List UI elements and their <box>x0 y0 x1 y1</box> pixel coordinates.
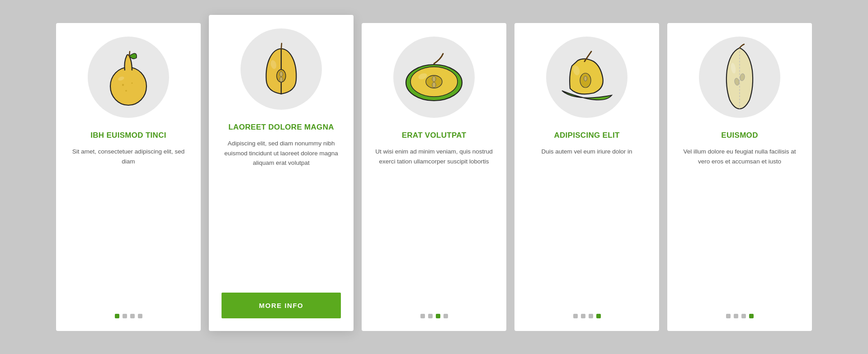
card-5-desc: Vel illum dolore eu feugiat nulla facili… <box>680 147 799 301</box>
card-3-desc: Ut wisi enim ad minim veniam, quis nostr… <box>374 147 494 301</box>
icon-circle-1 <box>88 37 169 118</box>
dot-5-2 <box>741 314 746 318</box>
dot-1-0 <box>115 314 119 318</box>
pear-whole-icon <box>101 48 156 107</box>
card-1-dots <box>115 314 142 318</box>
card-5-title: EUISMOD <box>721 130 758 140</box>
svg-point-0 <box>110 67 146 105</box>
card-3-title: ERAT VOLUTPAT <box>402 130 467 140</box>
card-1-desc: Sit amet, consectetuer adipiscing elit, … <box>69 147 188 301</box>
card-4-dots <box>573 314 601 318</box>
dot-5-3 <box>749 314 754 318</box>
pear-slice-icon <box>553 48 621 107</box>
svg-point-3 <box>125 90 127 92</box>
pear-half-icon <box>256 40 306 98</box>
card-1: IBH EUISMOD TINCI Sit amet, consectetuer… <box>56 23 201 331</box>
icon-circle-5 <box>699 37 780 118</box>
icon-circle-2 <box>241 28 322 110</box>
icon-circle-3 <box>393 37 475 118</box>
dot-1-3 <box>138 314 142 318</box>
card-4-desc: Duis autem vel eum iriure dolor in <box>541 147 632 301</box>
svg-line-10 <box>281 43 282 49</box>
dot-3-0 <box>420 314 425 318</box>
card-5: EUISMOD Vel illum dolore eu feugiat null… <box>667 23 812 331</box>
svg-point-8 <box>280 72 283 77</box>
dot-4-3 <box>596 314 601 318</box>
dot-1-1 <box>123 314 127 318</box>
dot-3-2 <box>436 314 440 318</box>
card-4-title: ADIPISCING ELIT <box>554 130 619 140</box>
card-1-title: IBH EUISMOD TINCI <box>90 130 166 140</box>
pear-cut-icon <box>400 50 468 104</box>
dot-1-2 <box>130 314 135 318</box>
dot-5-1 <box>734 314 738 318</box>
svg-point-2 <box>122 84 124 86</box>
icon-circle-4 <box>546 37 627 118</box>
card-4: ADIPISCING ELIT Duis autem vel eum iriur… <box>514 23 659 331</box>
card-2-desc: Adipiscing elit, sed diam nonummy nibh e… <box>222 139 341 280</box>
more-info-button[interactable]: MORE INFO <box>222 293 341 318</box>
svg-line-1 <box>129 51 130 56</box>
svg-point-4 <box>132 83 133 84</box>
dot-4-0 <box>573 314 578 318</box>
card-3-dots <box>420 314 448 318</box>
card-2-title: LAOREET DOLORE MAGNA <box>228 122 334 132</box>
svg-point-15 <box>432 76 436 82</box>
svg-point-19 <box>584 76 587 81</box>
dot-3-1 <box>428 314 433 318</box>
dot-4-1 <box>581 314 585 318</box>
dot-5-0 <box>726 314 731 318</box>
svg-point-16 <box>432 82 436 88</box>
pear-seed-icon <box>717 43 762 111</box>
card-3: ERAT VOLUTPAT Ut wisi enim ad minim veni… <box>362 23 506 331</box>
cards-container: IBH EUISMOD TINCI Sit amet, consectetuer… <box>29 5 839 349</box>
dot-3-3 <box>443 314 448 318</box>
card-2: LAOREET DOLORE MAGNA Adipiscing elit, se… <box>209 15 354 331</box>
svg-point-9 <box>280 77 283 82</box>
card-5-dots <box>726 314 754 318</box>
dot-4-2 <box>589 314 593 318</box>
